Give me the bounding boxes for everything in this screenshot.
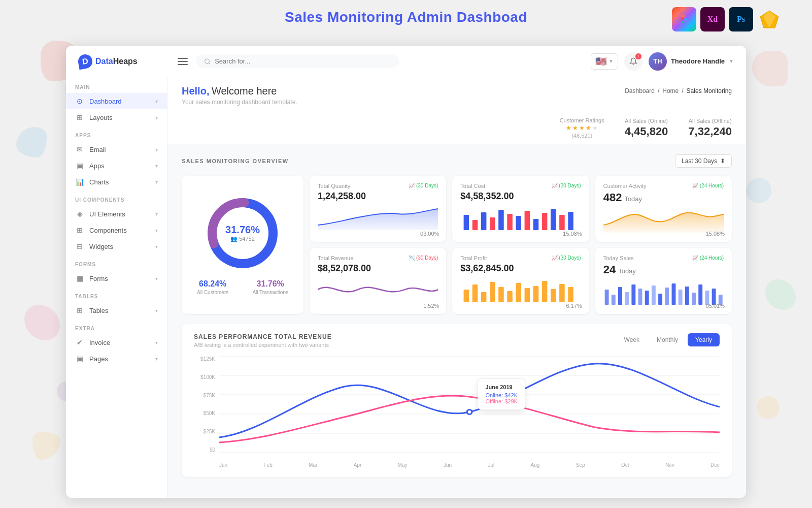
svg-rect-14 [533, 219, 539, 230]
user-avatar: TH [649, 52, 667, 71]
x-label-sep: Sep [576, 462, 585, 468]
invoice-icon: ✔ [75, 338, 84, 346]
arrow-icon: ▾ [155, 356, 158, 362]
app-layout: MAIN ⊙ Dashboard ▾ ⊞ Layouts ▾ APPS ✉ Em… [66, 77, 746, 498]
sidebar-label-widgets: Widgets [89, 243, 150, 250]
svg-rect-8 [481, 212, 487, 230]
metric-header-profit: Total Profit 📈 (30 Days) [460, 255, 581, 261]
donut-chart: 31.76% 👥 54752 [205, 195, 281, 271]
arrow-icon: ▾ [155, 211, 158, 217]
x-label-aug: Aug [531, 462, 540, 468]
arrow-icon: ▾ [155, 340, 158, 345]
notifications-button[interactable]: 1 [624, 52, 642, 71]
svg-rect-45 [692, 293, 696, 305]
hamburger-button[interactable] [178, 58, 188, 65]
cost-value: $4,58,352.00 [460, 191, 581, 202]
arrow-icon: ▾ [155, 228, 158, 233]
revenue-percent: 1.52% [423, 303, 439, 309]
sidebar-item-dashboard[interactable]: ⊙ Dashboard ▾ [66, 93, 167, 109]
svg-point-57 [468, 410, 471, 414]
sidebar-item-apps[interactable]: ▣ Apps ▾ [66, 157, 167, 174]
svg-rect-13 [525, 211, 530, 230]
sidebar-item-ui-elements[interactable]: ◈ UI Elements ▾ [66, 206, 167, 222]
main-content: Hello, Welcome here Your sales monitorin… [167, 77, 746, 498]
online-sales-stat: All Sales (Online) 4,45,820 [625, 118, 668, 138]
sidebar-item-invoice[interactable]: ✔ Invoice ▾ [66, 334, 167, 351]
ui-elements-icon: ◈ [75, 210, 84, 218]
tab-yearly[interactable]: Yearly [688, 333, 720, 346]
activity-chart [603, 207, 724, 233]
sidebar-item-pages[interactable]: ▣ Pages ▾ [66, 351, 167, 367]
activity-percent: 15.08% [706, 231, 725, 237]
sidebar-item-components[interactable]: ⊞ Components ▾ [66, 222, 167, 238]
svg-rect-6 [464, 215, 469, 230]
search-input[interactable] [215, 57, 391, 65]
arrow-icon: ▾ [155, 115, 158, 120]
svg-rect-46 [698, 284, 702, 305]
metric-header-today: Today Sales 📈 (24 Hours) [603, 255, 724, 261]
tab-week[interactable]: Week [617, 333, 647, 346]
metric-header-activity: Customer Activity 📈 (24 Hours) [603, 183, 724, 189]
svg-rect-27 [533, 286, 539, 302]
sidebar-item-charts[interactable]: 📊 Charts ▾ [66, 174, 167, 190]
profit-percent: 6.17% [566, 303, 582, 309]
offline-sales-value: 7,32,240 [688, 125, 732, 138]
user-menu-button[interactable]: TH Theodore Handle ▼ [649, 52, 734, 71]
activity-tag: 📈 (24 Hours) [692, 183, 724, 188]
metric-total-profit: Total Profit 📈 (30 Days) $3,62,845.00 [452, 248, 589, 314]
breadcrumb: Dashboard / Home / Sales Monitoring [625, 87, 732, 94]
layouts-icon: ⊞ [75, 113, 84, 121]
sidebar-item-email[interactable]: ✉ Email ▾ [66, 141, 167, 157]
svg-rect-11 [507, 214, 513, 230]
svg-rect-37 [638, 289, 642, 305]
sidebar-label-components: Components [89, 227, 150, 234]
breadcrumb-dashboard: Dashboard [625, 87, 655, 94]
metric-header-quantity: Total Quanity 📈 (30 Days) [318, 183, 438, 189]
today-sales-chart [603, 279, 724, 305]
stats-bar: Customer Ratings ★ ★ ★ ★ ★ (48,520) All … [167, 112, 746, 144]
svg-rect-7 [472, 220, 478, 230]
today-tag: 📈 (24 Hours) [692, 255, 724, 261]
perf-tabs: Week Monthly Yearly [617, 333, 720, 346]
forms-icon: ▦ [75, 274, 84, 282]
offline-sales-label: All Sales (Offline) [688, 118, 732, 124]
x-label-jan: Jan [219, 462, 227, 468]
date-filter[interactable]: Last 30 Days ⬍ [675, 154, 732, 168]
overview-grid: 31.76% 👥 54752 68.24% All Customers [182, 176, 732, 314]
sketch-icon [757, 7, 782, 31]
sidebar-label-tables: Tables [89, 307, 150, 314]
svg-rect-21 [481, 292, 487, 302]
pages-icon: ▣ [75, 355, 84, 363]
cost-tag: 📈 (30 Days) [552, 183, 581, 188]
y-label-0: $0 [194, 447, 215, 453]
svg-rect-10 [498, 210, 504, 230]
metric-today-sales: Today Sales 📈 (24 Hours) 24 Today [595, 248, 732, 314]
svg-rect-44 [685, 287, 689, 305]
legend-all-transactions: 31.76% All Transactions [252, 279, 288, 295]
sidebar-item-tables[interactable]: ⊞ Tables ▾ [66, 302, 167, 319]
svg-rect-43 [678, 290, 682, 305]
overview-title: SALES MONITORING OVERVIEW [182, 158, 289, 164]
svg-rect-39 [652, 285, 656, 305]
tables-icon: ⊞ [75, 306, 84, 314]
tooltip-online-label: Online: [485, 392, 503, 398]
cost-percent: 15.08% [563, 231, 582, 237]
user-menu-arrow: ▼ [729, 58, 734, 64]
profit-title: Total Profit [460, 255, 487, 261]
svg-rect-42 [671, 283, 675, 305]
y-axis: $125K $100K $75K $50K $25K $0 [194, 356, 219, 453]
today-percent: 05.01% [706, 303, 725, 309]
sidebar-item-layouts[interactable]: ⊞ Layouts ▾ [66, 109, 167, 125]
performance-section: SALES PERFORMANCE TOTAL REVENUE A/B test… [182, 324, 732, 477]
sidebar-item-forms[interactable]: ▦ Forms ▾ [66, 270, 167, 287]
ratings-count: (48,520) [560, 133, 604, 139]
charts-icon: 📊 [75, 178, 84, 186]
tab-monthly[interactable]: Monthly [649, 333, 686, 346]
revenue-tag: 📉 (30 Days) [409, 255, 438, 261]
widgets-icon: ⊟ [75, 242, 84, 250]
language-selector[interactable]: 🇺🇸 ▼ [591, 53, 618, 70]
logo-letter: D [82, 56, 89, 67]
sidebar-item-widgets[interactable]: ⊟ Widgets ▾ [66, 238, 167, 255]
overview-header: SALES MONITORING OVERVIEW Last 30 Days ⬍ [182, 154, 732, 168]
sidebar-label-dashboard: Dashboard [89, 98, 150, 105]
